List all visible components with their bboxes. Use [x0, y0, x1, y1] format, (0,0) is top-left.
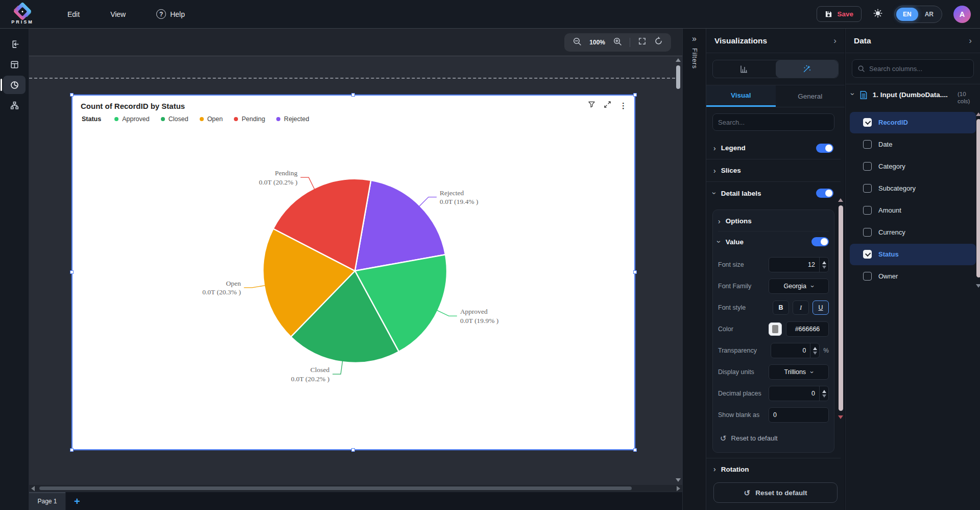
field-row-category[interactable]: Category	[850, 156, 976, 177]
legend-toggle[interactable]	[816, 144, 833, 153]
field-row-recordid[interactable]: RecordID	[850, 112, 976, 133]
resize-handle[interactable]	[70, 93, 74, 97]
collapse-panel-icon[interactable]: ›	[833, 36, 836, 45]
field-row-subcategory[interactable]: Subcategory	[850, 178, 976, 199]
field-checkbox[interactable]	[863, 140, 872, 149]
report-canvas[interactable]: ⋮ Count of RecordID by Status Status App…	[29, 56, 682, 485]
legend-item-approved[interactable]: Approved	[114, 115, 150, 123]
decrement-icon[interactable]	[822, 266, 826, 269]
pie-chart-view-icon[interactable]	[3, 76, 26, 94]
resize-handle[interactable]	[633, 448, 637, 452]
field-checkbox[interactable]	[863, 228, 872, 237]
scroll-down-arrow[interactable]	[976, 284, 980, 288]
canvas-vertical-scrollbar[interactable]	[675, 58, 681, 482]
decrement-icon[interactable]	[822, 395, 826, 398]
viz-panel-scrollbar[interactable]	[838, 198, 844, 419]
section-detail-labels[interactable]: › Detail labels	[706, 182, 841, 204]
data-panel-scrollbar[interactable]	[976, 112, 980, 291]
fit-to-screen-icon[interactable]	[638, 37, 647, 48]
show-blank-input[interactable]	[769, 408, 828, 422]
color-hex-input[interactable]	[786, 321, 829, 337]
scroll-thumb[interactable]	[839, 205, 843, 411]
field-row-currency[interactable]: Currency	[850, 222, 976, 243]
flow-diagram-view-icon[interactable]	[3, 96, 26, 114]
columns-search-input[interactable]	[869, 65, 968, 73]
scroll-right-arrow[interactable]	[677, 486, 680, 491]
color-swatch[interactable]	[769, 322, 782, 336]
collapse-panel-icon[interactable]: ›	[969, 36, 972, 45]
tab-visual[interactable]: Visual	[706, 85, 776, 107]
section-legend[interactable]: › Legend	[706, 137, 841, 159]
field-checkbox[interactable]	[863, 184, 872, 193]
scroll-down-arrow[interactable]	[676, 478, 681, 482]
build-visual-tab[interactable]	[713, 60, 776, 78]
field-row-amount[interactable]: Amount	[850, 200, 976, 221]
scroll-up-arrow[interactable]	[838, 198, 843, 202]
tab-general[interactable]: General	[776, 85, 845, 107]
page-tab-1[interactable]: Page 1	[29, 492, 66, 510]
pie-chart-visual[interactable]: ⋮ Count of RecordID by Status Status App…	[71, 95, 635, 450]
theme-toggle-sun-icon[interactable]	[873, 8, 883, 20]
field-row-status[interactable]: Status	[850, 244, 976, 265]
avatar[interactable]: A	[953, 6, 971, 23]
decimal-places-input[interactable]	[769, 386, 819, 401]
increment-icon[interactable]	[822, 390, 826, 393]
canvas-horizontal-scrollbar[interactable]	[29, 485, 682, 492]
add-page-button[interactable]: +	[74, 496, 80, 506]
field-checkbox[interactable]	[863, 118, 872, 127]
zoom-out-icon[interactable]	[572, 37, 582, 48]
filter-funnel-icon[interactable]	[588, 101, 595, 110]
value-toggle[interactable]	[811, 237, 829, 246]
font-family-select[interactable]: Georgia ›	[769, 279, 829, 294]
zoom-in-icon[interactable]	[613, 37, 622, 48]
reset-to-default-link[interactable]: ↺ Reset to default	[718, 428, 829, 448]
viz-search-input[interactable]	[718, 119, 829, 126]
field-row-date[interactable]: Date	[850, 134, 976, 155]
resize-handle[interactable]	[633, 93, 637, 97]
menu-help[interactable]: ? Help	[148, 5, 193, 23]
reset-view-icon[interactable]	[654, 37, 663, 48]
underline-button[interactable]: U	[812, 300, 829, 315]
scroll-thumb[interactable]	[676, 65, 680, 89]
resize-handle[interactable]	[351, 93, 355, 97]
increment-icon[interactable]	[822, 261, 826, 264]
resize-handle[interactable]	[351, 448, 355, 452]
more-options-icon[interactable]: ⋮	[619, 102, 627, 109]
filters-rail-label[interactable]: Filters	[691, 48, 698, 69]
detail-labels-toggle[interactable]	[816, 189, 833, 198]
format-visual-tab[interactable]	[776, 60, 839, 78]
scroll-up-arrow[interactable]	[676, 58, 681, 62]
legend-item-closed[interactable]: Closed	[161, 115, 188, 123]
scroll-thumb[interactable]	[976, 119, 980, 277]
section-value[interactable]: › Value	[718, 231, 829, 252]
focus-mode-icon[interactable]	[604, 101, 611, 110]
save-button[interactable]: Save	[817, 6, 862, 22]
reset-to-default-button[interactable]: ↺ Reset to default	[713, 482, 838, 503]
field-row-owner[interactable]: Owner	[850, 266, 976, 287]
italic-button[interactable]: I	[793, 300, 809, 315]
lang-ar-button[interactable]: AR	[918, 8, 940, 21]
legend-item-rejected[interactable]: Rejected	[276, 115, 309, 123]
field-checkbox[interactable]	[863, 162, 872, 171]
layout-view-icon[interactable]	[3, 55, 26, 74]
menu-view[interactable]: View	[102, 6, 134, 22]
section-rotation[interactable]: › Rotation	[706, 458, 841, 475]
legend-item-open[interactable]: Open	[200, 115, 223, 123]
field-checkbox[interactable]	[863, 250, 872, 259]
collapse-exit-icon[interactable]	[3, 35, 26, 53]
lang-en-button[interactable]: EN	[896, 8, 918, 21]
dataset-tree-item[interactable]: › 1. Input (DumboData.... (10 cols)	[846, 84, 980, 110]
font-size-input[interactable]	[769, 258, 819, 272]
field-checkbox[interactable]	[863, 272, 872, 281]
scroll-left-arrow[interactable]	[31, 486, 35, 491]
section-options[interactable]: › Options	[718, 211, 829, 231]
legend-item-pending[interactable]: Pending	[234, 115, 265, 123]
bold-button[interactable]: B	[773, 300, 789, 315]
transparency-input[interactable]	[771, 343, 810, 358]
menu-edit[interactable]: Edit	[59, 6, 88, 22]
scroll-down-arrow[interactable]	[838, 415, 843, 419]
increment-icon[interactable]	[813, 347, 817, 350]
scroll-up-arrow[interactable]	[976, 112, 980, 116]
scroll-thumb[interactable]	[39, 486, 632, 490]
field-checkbox[interactable]	[863, 206, 872, 215]
